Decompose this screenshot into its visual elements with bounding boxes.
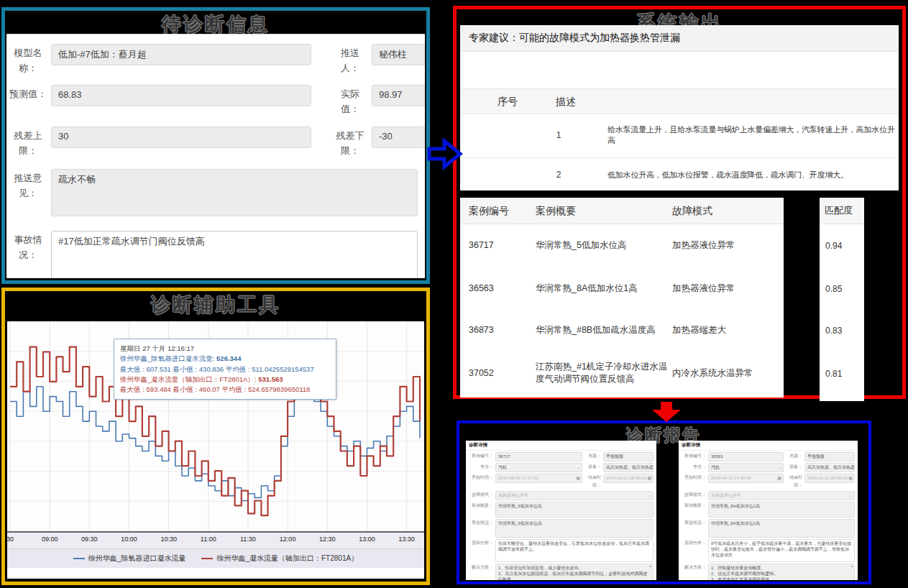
chevron-down-icon: ⌄ — [778, 464, 781, 471]
calendar-icon: ▦ — [647, 475, 651, 482]
report-summary-textarea[interactable]: 华润常熟_8A低加水位1高 — [708, 502, 855, 518]
match-col-header: 匹配度 — [820, 198, 864, 224]
legend-item[interactable]: 徐州华鑫_凝水流量（轴加出口：FT2801A） — [201, 553, 358, 564]
accident-textarea[interactable]: #17低加正常疏水调节门阀位反馈高 — [51, 231, 418, 278]
report-accident-label: 事故情况： — [467, 519, 493, 527]
report-device-select[interactable]: 高压加热器、低压加热器⌄ — [603, 463, 654, 472]
x-tick-label: 12:30 — [319, 536, 336, 543]
legend-label: 徐州华鑫_凝水流量（轴加出口：FT2801A） — [216, 553, 358, 564]
report-device-select[interactable]: 高压加热器、低压加热器⌄ — [804, 463, 855, 472]
case-summary: 华润常熟_5低加水位高 — [536, 239, 669, 252]
report-fault-mode-label: 故障模式： — [680, 491, 706, 499]
panel-diagnosis-tools: 诊断辅助工具 星期日 27 十月 12:16:17 徐州华鑫_除氧器进口凝水流量… — [1, 288, 430, 585]
x-tick-label: 11:00 — [201, 536, 216, 543]
residual-lower-input[interactable]: -30 — [372, 127, 425, 148]
case-row[interactable]: 36873 华润常熟_#8B低加疏水温度高 加热器端差大 — [460, 310, 784, 350]
report-case-id-label: 案例编号： — [467, 452, 493, 460]
match-column: 匹配度 0.94 0.85 0.83 0.81 — [820, 198, 864, 401]
chart-legend: 徐州华鑫_除氧器进口凝水流量徐州华鑫_凝水流量（轴加出口：FT2801A） — [7, 548, 424, 568]
scrollbar[interactable]: ▲▼ — [850, 565, 853, 580]
tooltip-series1: 徐州华鑫_除氧器进口凝水流量: 526.344 — [120, 354, 330, 364]
desc-row-text: 给水泵流量上升，且给水泵流量与锅炉上水量偏差增大，汽泵转速上升，高加水位升高 — [607, 124, 896, 146]
report-summary-label: 案例概要： — [467, 502, 493, 510]
pusher-input[interactable]: 秘伟柱 — [372, 44, 425, 65]
pusher-label: 推送人： — [336, 46, 364, 76]
report-specialty-label: 专业： — [467, 463, 493, 471]
calendar-icon: ▦ — [576, 475, 580, 482]
desc-row-text: 低加水位升高，低加水位报警，疏水温度降低，疏水调门、开度增大。 — [607, 170, 896, 180]
report-source-input[interactable]: 早期预警 — [804, 452, 855, 461]
report-device-label: 设备： — [784, 463, 802, 471]
report-fault-mode-select[interactable]: 加热器液位异常⌄ — [708, 491, 855, 500]
report-source-label: 来源： — [582, 452, 601, 460]
expert-advice-text: 专家建议：可能的故障模式为加热器换热管泄漏 — [460, 25, 899, 52]
scrollbar[interactable]: ▲▼ — [649, 565, 652, 580]
report-end-time-input[interactable]: 1970-01-01 08:00:00▦ — [603, 474, 654, 483]
flow-arrow-down-icon — [649, 401, 684, 423]
case-id: 36873 — [469, 324, 530, 336]
case-summary: 华润常熟_8A低加水位1高 — [536, 282, 669, 295]
report-accident-label: 事故情况： — [680, 519, 706, 527]
legend-item[interactable]: 徐州华鑫_除氧器进口凝水流量 — [73, 553, 186, 564]
predicted-value-input[interactable]: 68.83 — [51, 85, 311, 106]
tooltip-series2: 徐州华鑫_凝水流量（轴加出口：FT2801A）: 531.563 — [120, 375, 330, 385]
report-card: 诊断详情 案例编号： 36563 来源： 早期预警 专业： 汽机⌄ 设备： 高压… — [679, 441, 858, 580]
report-case-id-input[interactable]: 36717 — [495, 452, 582, 461]
report-start-time-label: 开始时间： — [680, 474, 706, 482]
report-summary-textarea[interactable]: 华润常熟_5低加水位高 — [495, 502, 654, 518]
tooltip-series1-stats: 最大值 : 607.531 最小值 : 430.836 平均值 : 511.04… — [120, 364, 330, 375]
chart-x-axis: 3009:0009:3010:0010:3011:0011:3012:0012:… — [7, 531, 424, 548]
case-id: 36563 — [469, 282, 530, 295]
residual-upper-input[interactable]: 30 — [51, 127, 311, 148]
report-case-id-input[interactable]: 36563 — [708, 452, 784, 461]
report-start-time-input[interactable]: 2019-06-23 14:30:45▦ — [708, 474, 784, 483]
case-row[interactable]: 36717 华润常熟_5低加水位高 加热器液位异常 — [460, 224, 784, 267]
chevron-down-icon: ⌄ — [648, 492, 651, 499]
push-opinion-label: 推送意见： — [9, 171, 47, 201]
report-cause-textarea[interactable]: 8号低加疏水压差小，处于低加疏水量丰满，疏水量大，当凝结水量变化较快时，疏水量变… — [708, 539, 855, 562]
actual-value-label: 实际值： — [336, 87, 364, 117]
model-name-label: 模型名称： — [9, 46, 47, 76]
actual-value-input[interactable]: 98.97 — [372, 85, 425, 106]
report-source-input[interactable]: 早期预警 — [603, 452, 654, 461]
x-tick-label: 10:30 — [160, 536, 177, 543]
report-cause-label: 原因分析： — [680, 539, 706, 547]
push-opinion-textarea[interactable]: 疏水不畅 — [51, 169, 418, 216]
tooltip-time: 星期日 27 十月 12:16:17 — [120, 344, 330, 354]
desc-row: 1 给水泵流量上升，且给水泵流量与锅炉上水量偏差增大，汽泵转速上升，高加水位升高 — [460, 113, 899, 157]
scroll-up-icon[interactable]: ▲ — [649, 565, 652, 569]
report-solution-label: 解决方案： — [680, 564, 706, 571]
case-row[interactable]: 36563 华润常熟_8A低加水位1高 加热器液位异常 — [460, 267, 784, 310]
desc-row-no: 1 — [548, 130, 569, 140]
report-specialty-select[interactable]: 汽机⌄ — [708, 463, 784, 472]
report-solution-textarea[interactable]: 1、控制凝结水量波动幅度。 2、优化正常疏水调节阀控制逻辑。 3、考虑改造扩大疏… — [708, 564, 855, 580]
case-id: 36717 — [469, 239, 530, 252]
model-name-input[interactable]: 低加-#7低加：蔡月超 — [51, 44, 311, 65]
report-cause-label: 原因分析： — [467, 539, 493, 547]
case-mode: 加热器液位异常 — [672, 282, 780, 295]
case-row[interactable]: 37052 江苏南热_#1机定子冷却水进水温度气动调节阀位置反馈高 内冷水系统水… — [460, 350, 784, 396]
report-fault-mode-select[interactable]: 加热器液位异常⌄ — [495, 491, 654, 500]
case-mode: 内冷水系统水温异常 — [672, 367, 780, 380]
report-accident-textarea[interactable]: 华润常熟_5低加水位高 — [495, 519, 654, 538]
report-source-label: 来源： — [784, 452, 802, 460]
predicted-value-label: 预测值： — [9, 87, 47, 102]
trend-chart[interactable]: 星期日 27 十月 12:16:17 徐州华鑫_除氧器进口凝水流量: 526.3… — [7, 321, 424, 579]
report-end-time-label: 结束时间： — [582, 474, 601, 490]
match-value: 0.83 — [820, 311, 864, 351]
calendar-icon: ▦ — [848, 475, 853, 482]
case-col-id: 案例编号 — [469, 198, 530, 224]
desc-row: 2 低加水位升高，低加水位报警，疏水温度降低，疏水调门、开度增大。 — [460, 157, 899, 190]
report-specialty-label: 专业： — [680, 463, 706, 471]
residual-lower-label: 残差下限： — [336, 129, 364, 159]
panel-diagnosis-info: 待诊断信息 模型名称： 低加-#7低加：蔡月超 推送人： 秘伟柱 预测值： 68… — [1, 7, 430, 284]
report-accident-textarea[interactable]: 华润常熟_8A低加水位1高 — [708, 519, 855, 538]
case-summary: 华润常熟_#8B低加疏水温度高 — [536, 324, 669, 336]
report-card-title: 诊断详情 — [466, 441, 656, 451]
report-start-time-input[interactable]: 2019-08-03 07:07:31▦ — [495, 474, 582, 483]
report-specialty-select[interactable]: 汽机⌄ — [495, 463, 582, 472]
scroll-up-icon[interactable]: ▲ — [850, 565, 853, 569]
report-solution-textarea[interactable]: 1、负荷变化时加强监视，减少凝结水波动。 2、关注低加水位跟踪情况，低加正常疏水… — [495, 564, 654, 580]
report-end-time-input[interactable]: 1970-01-01 08:00:00▦ — [804, 474, 855, 483]
report-cause-textarea[interactable]: 负荷大幅变化，凝结水流量快速变化，引发低加水位快速波动，低加正常疏水调阀调节速率… — [495, 539, 654, 562]
